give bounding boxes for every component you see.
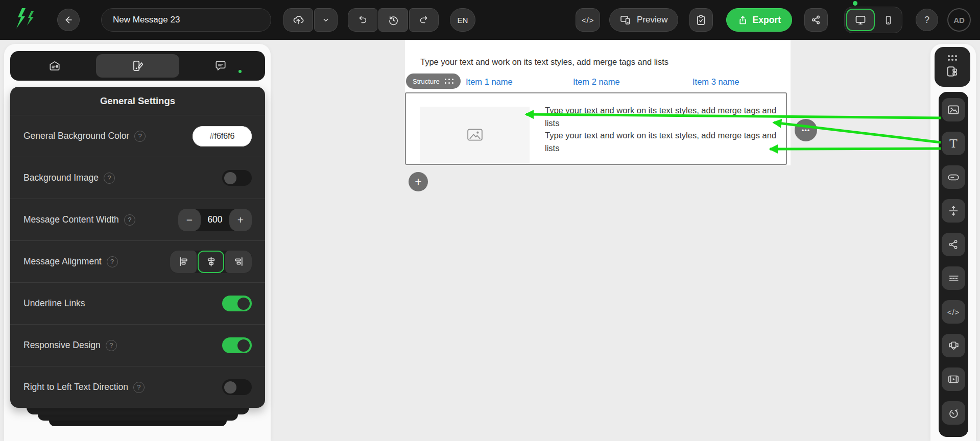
help-icon[interactable]: ? (133, 382, 145, 393)
arrow-text-block-2 (770, 149, 941, 149)
tab-appearance[interactable] (96, 54, 179, 78)
spacer-block-button[interactable] (942, 199, 965, 223)
help-icon[interactable]: ? (134, 131, 146, 142)
row-label: Background Image (23, 173, 99, 183)
help-icon[interactable]: ? (107, 256, 118, 267)
content-width-stepper: − 600 + (178, 209, 252, 231)
structures-icon (945, 64, 960, 79)
timer-block-button[interactable] (942, 401, 965, 425)
structures-panel-button[interactable] (935, 47, 970, 87)
width-value[interactable]: 600 (201, 214, 229, 225)
upload-button[interactable] (283, 8, 313, 32)
align-right-button[interactable] (225, 251, 252, 273)
structure-badge[interactable]: Structure (406, 74, 461, 89)
row-label: Underline Links (23, 298, 85, 309)
align-center-icon (206, 256, 217, 267)
blocks-sidebar: T </> (939, 92, 968, 437)
alignment-group (170, 251, 252, 273)
width-decrement-button[interactable]: − (178, 209, 201, 231)
upload-options-button[interactable] (314, 8, 338, 32)
responsive-design-toggle[interactable] (222, 337, 252, 353)
code-view-button[interactable]: </> (576, 8, 600, 32)
social-block-button[interactable] (942, 233, 965, 256)
language-button[interactable]: EN (450, 8, 475, 32)
canvas-text-block[interactable]: Type your text and work on its text styl… (420, 57, 668, 67)
save-group (283, 8, 338, 32)
device-view-group (844, 7, 902, 33)
logo-bolt-icon (14, 7, 35, 33)
add-structure-button[interactable]: + (409, 172, 428, 191)
rtl-direction-toggle[interactable] (222, 379, 252, 395)
cloud-upload-icon (292, 14, 304, 26)
underline-links-toggle[interactable] (222, 296, 252, 311)
help-button[interactable]: ? (916, 9, 938, 31)
toggle-knob (224, 381, 236, 394)
text-block-icon: T (949, 137, 957, 150)
row-label: Message Content Width (23, 214, 119, 225)
undo-button[interactable] (348, 8, 377, 32)
text-paragraph: Type your text and work on its text styl… (545, 129, 785, 154)
menu-item-2[interactable]: Item 2 name (573, 77, 620, 87)
share-button[interactable] (804, 8, 828, 32)
export-label: Export (753, 15, 781, 26)
help-icon[interactable]: ? (124, 214, 135, 226)
button-block-icon (947, 170, 960, 184)
image-placeholder[interactable] (420, 107, 530, 163)
selected-structure-block[interactable]: Type your text and work on its text styl… (405, 92, 787, 165)
row-label: General Background Color (23, 131, 129, 141)
menu-item-3[interactable]: Item 3 name (692, 77, 739, 87)
structure-more-options-button[interactable]: ••• (795, 119, 817, 141)
mobile-view-button[interactable] (876, 9, 900, 31)
avatar[interactable]: AD (947, 8, 971, 32)
export-icon (737, 15, 748, 26)
row-label: Responsive Design (23, 340, 101, 351)
drag-handle-icon[interactable] (445, 79, 454, 84)
question-icon: ? (924, 15, 929, 26)
arrow-left-icon (63, 14, 74, 26)
banner-block-button[interactable] (942, 334, 965, 357)
help-icon[interactable]: ? (106, 340, 117, 351)
app-screen: New Message 23 (0, 0, 980, 441)
general-settings-panel: General Settings General Background Colo… (10, 87, 265, 408)
row-message-alignment: Message Alignment ? (10, 240, 265, 282)
redo-button[interactable] (409, 8, 439, 32)
desktop-icon (854, 14, 867, 26)
menu-block-button[interactable] (942, 266, 965, 290)
back-button[interactable] (57, 9, 80, 31)
row-general-background-color: General Background Color ? #f6f6f6 (10, 115, 265, 157)
width-increment-button[interactable]: + (229, 209, 252, 231)
timer-block-icon (947, 407, 960, 420)
button-block-button[interactable] (942, 165, 965, 189)
export-button[interactable]: Export (726, 8, 792, 32)
html-block-button[interactable]: </> (942, 300, 965, 324)
tab-comments[interactable] (179, 54, 262, 78)
toggle-knob (224, 172, 236, 184)
row-responsive-design: Responsive Design ? (10, 324, 265, 366)
align-center-button[interactable] (198, 251, 224, 273)
toggle-knob (237, 339, 250, 352)
history-button[interactable] (378, 8, 408, 32)
video-block-button[interactable] (942, 368, 965, 391)
text-block-button[interactable]: T (942, 132, 965, 155)
background-image-toggle[interactable] (222, 170, 252, 186)
align-left-icon (178, 256, 189, 267)
text-block[interactable]: Type your text and work on its text styl… (545, 104, 785, 154)
image-block-button[interactable] (942, 98, 965, 121)
tab-content[interactable] (13, 54, 96, 78)
preview-button[interactable]: Preview (609, 8, 678, 32)
history-group (348, 8, 439, 32)
help-icon[interactable]: ? (104, 173, 115, 184)
row-background-image: Background Image ? (10, 157, 265, 199)
background-color-value-field[interactable]: #f6f6f6 (193, 126, 252, 146)
align-left-button[interactable] (170, 251, 197, 273)
toggle-knob (237, 298, 250, 310)
desktop-view-button[interactable] (846, 9, 875, 31)
menu-item-1[interactable]: Item 1 name (466, 77, 513, 87)
row-rtl-text-direction: Right to Left Text Direction ? (10, 366, 265, 408)
text-paragraph: Type your text and work on its text styl… (545, 104, 785, 129)
document-title-input[interactable]: New Message 23 (101, 8, 271, 32)
devices-icon (619, 14, 632, 26)
share-nodes-icon (810, 14, 822, 26)
drag-handle-icon (948, 55, 957, 61)
checklist-button[interactable] (689, 8, 713, 32)
